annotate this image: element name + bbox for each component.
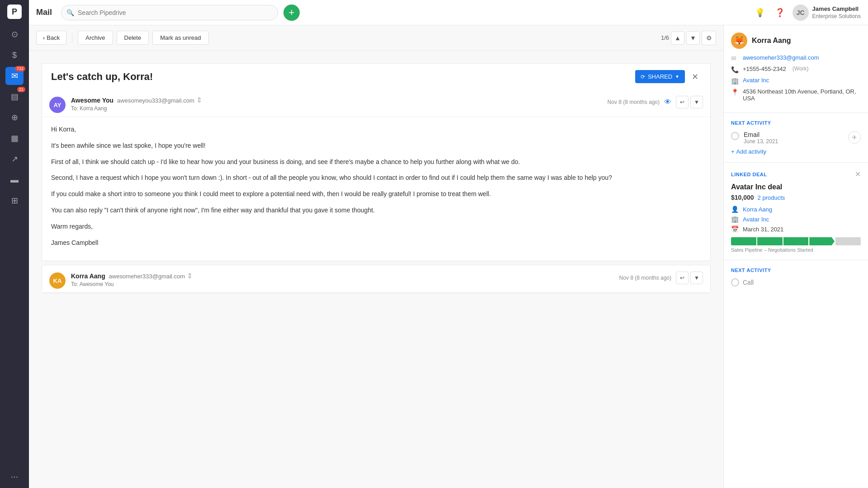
email-icon: ✉ [731,55,738,62]
user-profile[interactable]: JC James Campbell Enterprise Solutions [793,5,861,21]
sender-avatar-ka: KA [49,272,66,289]
sidebar-item-reports[interactable]: ▦ [5,129,24,147]
search-input[interactable] [61,5,278,20]
pipeline-seg-1 [731,237,756,245]
sender-name-2: Korra Aang [71,272,105,280]
body-line-5: If you could make a short intro to someo… [51,189,701,200]
body-line-3: First of all, I think we should catch up… [51,157,701,168]
email-meta-1: Nov 8 (8 months ago) 👁 ↩ ▼ [608,96,703,108]
add-activity-button[interactable]: + Add activity [731,148,861,155]
sidebar: P ⊙ $ ✉ 732 ▤ 21 ⊕ ▦ ↗ ▬ ⊞ ... [0,0,29,488]
back-button[interactable]: ‹ Back [36,31,66,45]
contact-company-row: 🏢 Avatar Inc [731,77,861,84]
pipeline-bar [731,237,861,245]
archive-button[interactable]: Archive [78,31,113,45]
sidebar-item-mail[interactable]: ✉ 732 [5,67,24,85]
body-line-7: Warm regards, [51,221,701,232]
expand-sender-icon[interactable]: ⇕ [196,96,202,104]
sidebar-item-chart[interactable]: ↗ [5,150,24,168]
shared-button[interactable]: ⟳ SHARED ▼ [635,70,685,83]
content-area: ‹ Back Archive Delete Mark as unread 1/6… [29,25,868,488]
contact-phone-row: 📞 +1555-455-2342 (Work) [731,66,861,73]
contact-email[interactable]: awesomeher333@gmail.com [743,54,819,61]
sender-email-1: awesomeyou333@gmail.com [117,97,194,104]
sidebar-more[interactable]: ... [5,465,24,483]
body-line-2: It's been awhile since we last spoke, I … [51,141,701,151]
delete-button[interactable]: Delete [117,31,149,45]
sidebar-item-docs[interactable]: ▤ 21 [5,88,24,106]
activity-send-icon[interactable]: ✈ [848,131,861,144]
expand-sender-icon-2[interactable]: ⇕ [187,272,193,280]
body-line-1: Hi Korra, [51,124,701,135]
body-line-6: You can also reply "I can't think of any… [51,205,701,216]
email-header-2: KA Korra Aang awesomeher333@gmail.com ⇕ … [42,265,710,293]
plus-icon: + [731,148,735,155]
deal-contact[interactable]: Korra Aang [743,206,772,213]
deal-name[interactable]: Avatar Inc deal [731,183,861,191]
more-options-button-2[interactable]: ▼ [690,272,703,284]
deal-activity-circle[interactable] [731,278,739,286]
contact-email-row: ✉ awesomeher333@gmail.com [731,54,861,62]
chevron-down-icon: ▼ [690,34,696,42]
deal-close-date: March 31, 2021 [743,226,783,233]
email-meta-2: Nov 8 (8 months ago) ↩ ▼ [619,272,703,284]
contact-phone: +1555-455-2342 [743,66,786,72]
products-icon: ⊞ [11,196,18,206]
prev-email-button[interactable]: ▲ [671,31,684,45]
contact-company[interactable]: Avatar Inc [743,77,769,84]
avatar: JC [793,5,809,21]
add-button[interactable]: + [283,5,300,21]
help-icon[interactable]: ❓ [773,5,787,20]
email-content-area: Let's catch up, Korra! ⟳ SHARED ▼ ✕ [29,51,723,488]
close-email-button[interactable]: ✕ [689,70,701,83]
email-thread-item-1: AY Awesome You awesomeyou333@gmail.com ⇕… [42,89,711,261]
reports-icon: ▦ [11,133,19,143]
activity-info: Email June 13, 2021 [744,131,844,145]
activity-date: June 13, 2021 [744,138,844,145]
close-deal-button[interactable]: ✕ [855,170,861,178]
sidebar-item-archive[interactable]: ▬ [5,171,24,189]
reply-button-1[interactable]: ↩ [676,96,689,108]
contact-section: 🦊 Korra Aang ✉ awesomeher333@gmail.com 📞… [724,25,868,113]
user-details: James Campbell Enterprise Solutions [812,5,861,19]
sender-avatar-ay: AY [49,97,66,113]
activity-type: Email [744,131,844,138]
email-subject: Let's catch up, Korra! [51,71,635,83]
home-icon: ⊙ [11,29,18,39]
contact-avatar: 🦊 [731,33,747,49]
email-settings-button[interactable]: ⚙ [702,31,716,45]
sender-info-1: Awesome You awesomeyou333@gmail.com ⇕ To… [71,96,608,112]
body-line-8: James Campbell [51,238,701,249]
close-icon: ✕ [692,72,698,82]
shared-chevron-icon: ▼ [675,74,679,79]
mark-unread-button[interactable]: Mark as unread [152,31,208,45]
activity-status-circle[interactable] [731,132,739,140]
pipeline-seg-3 [783,237,809,245]
deal-header: LINKED DEAL ✕ [731,170,861,178]
deal-next-activity-section: NEXT ACTIVITY Call [724,260,868,294]
deal-products[interactable]: 2 products [758,194,785,201]
chevron-up-icon: ▲ [675,34,681,42]
email-date-2: Nov 8 (8 months ago) [619,275,671,281]
more-options-button-1[interactable]: ▼ [690,96,703,108]
sidebar-item-home[interactable]: ⊙ [5,25,24,43]
sidebar-item-products[interactable]: ⊞ [5,192,24,210]
user-company: Enterprise Solutions [812,13,861,19]
lightbulb-icon[interactable]: 💡 [753,5,767,20]
email-navigation: 1/6 ▲ ▼ ⚙ [661,31,716,45]
email-thread-item-2: KA Korra Aang awesomeher333@gmail.com ⇕ … [42,265,711,293]
add-activity-label: Add activity [736,148,766,155]
app-logo[interactable]: P [7,5,22,19]
sidebar-item-money[interactable]: $ [5,46,24,64]
user-name: James Campbell [812,5,861,13]
next-email-button[interactable]: ▼ [686,31,700,45]
chart-icon: ↗ [11,154,18,164]
deal-company[interactable]: Avatar Inc [743,216,769,223]
sidebar-item-inbox[interactable]: ⊕ [5,108,24,127]
search-bar: 🔍 [61,5,278,20]
deal-company-icon: 🏢 [731,216,738,223]
reply-button-2[interactable]: ↩ [676,272,689,284]
location-icon: 📍 [731,89,738,96]
email-date-1: Nov 8 (8 months ago) [608,99,660,105]
pipeline-seg-4 [809,237,835,245]
